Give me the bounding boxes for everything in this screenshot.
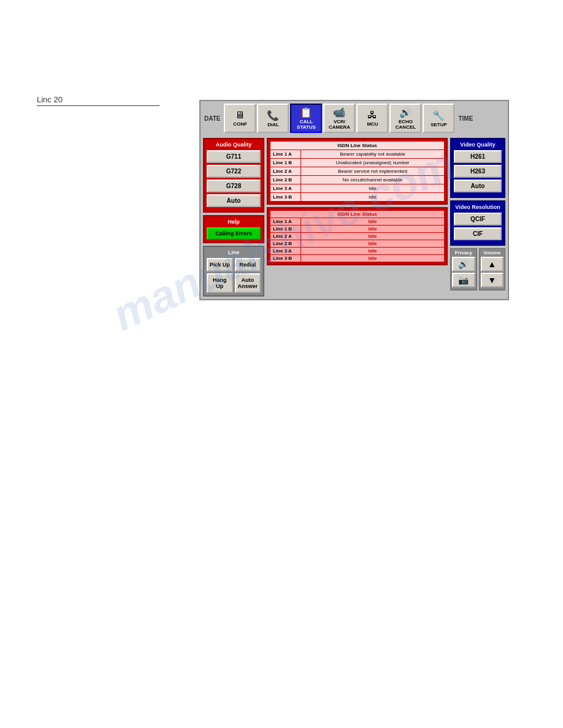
dial-icon: 📞 (267, 110, 279, 121)
b-line3a-status: Idle (301, 248, 445, 255)
line3a-label: Line 3 A (270, 184, 301, 193)
b-line2a-status: Idle (301, 233, 445, 240)
video-resolution-title: Video Resolution (454, 204, 502, 210)
conf-button[interactable]: 🖥 CONF (224, 104, 256, 133)
left-panel: Audio Quality G711 G722 G728 Auto Help C… (203, 138, 264, 297)
conf-label: CONF (233, 121, 247, 127)
camera-label: CAMERA (329, 124, 350, 130)
video-resolution-box: Video Resolution QCIF CIF (450, 200, 505, 246)
line1a-status: Bearer capability not available (301, 150, 445, 159)
privacy-button[interactable]: 🔊 (452, 257, 475, 271)
b-line3b-status: Idle (301, 255, 445, 262)
privacy-volume-box: Privacy 🔊 📷 Volume ▲ ▼ (450, 248, 505, 290)
cancel-label: CANCEL (396, 124, 416, 130)
line3b-status: Idle (301, 193, 445, 202)
b-line1b-status: Idle (301, 226, 445, 233)
b-line1a-label: Line 1 A (270, 218, 301, 226)
volume-title: Volume (481, 250, 504, 256)
g722-button[interactable]: G722 (207, 165, 261, 178)
time-label: TIME (458, 115, 473, 122)
video-quality-box: Video Quality H261 H263 Auto (450, 138, 505, 198)
line1b-status: Unallocated (unassigned) number (301, 159, 445, 167)
cif-button[interactable]: CIF (454, 227, 502, 240)
qcif-button[interactable]: QCIF (454, 213, 502, 226)
middle-panel: ISDN Line Status Line 1 A Bearer capabil… (267, 138, 448, 297)
call-status-button[interactable]: 📋 CALL STATUS (290, 104, 322, 133)
line1a-label: Line 1 A (270, 150, 301, 159)
line2b-status: No circuit/channel available (301, 176, 445, 184)
table-row: Line 3 A Idle (270, 248, 445, 255)
call-status-label: STATUS (297, 124, 316, 130)
privacy-title: Privacy (452, 250, 475, 256)
line-title: Line (207, 249, 261, 256)
privacy-section: Privacy 🔊 📷 (450, 248, 477, 290)
page-title: Linc 20 (37, 95, 159, 106)
line-buttons: Pick Up Redial Hang Up Auto Answer (207, 258, 261, 293)
video-quality-title: Video Quality (454, 142, 502, 148)
line2a-label: Line 2 A (270, 167, 301, 176)
h263-button[interactable]: H263 (454, 165, 502, 178)
table-row: Line 2 A Bearer service not implemented (270, 167, 445, 176)
b-line3a-label: Line 3 A (270, 248, 301, 255)
table-row: Line 1 A Bearer capability not available (270, 150, 445, 159)
isdn-status-bottom-table: ISDN Line Status Line 1 A Idle Line 1 B … (270, 210, 445, 262)
auto-answer-button[interactable]: Auto Answer (235, 273, 261, 293)
line1b-label: Line 1 B (270, 159, 301, 167)
right-panel: Video Quality H261 H263 Auto Video Resol… (450, 138, 505, 297)
toolbar: DATE 🖥 CONF 📞 DIAL 📋 CALL STATUS 📹 VCR/ … (201, 101, 508, 135)
help-title: Help (207, 219, 261, 225)
mcu-label: MCU (367, 121, 378, 127)
redial-button[interactable]: Redial (235, 258, 261, 271)
table-row: Line 2 A Idle (270, 233, 445, 240)
echo-sublabel: ECHO (399, 119, 413, 124)
isdn-status-top-box: ISDN Line Status Line 1 A Bearer capabil… (267, 138, 448, 205)
h261-button[interactable]: H261 (454, 150, 502, 163)
cancel-icon: 🔊 (399, 107, 412, 118)
table-row: Line 3 B Idle (270, 193, 445, 202)
isdn-status-top-title: ISDN Line Status (270, 142, 445, 150)
isdn-status-bottom-title: ISDN Line Status (270, 211, 445, 218)
g711-button[interactable]: G711 (207, 150, 261, 163)
b-line1b-label: Line 1 B (270, 226, 301, 233)
table-row: Line 1 B Unallocated (unassigned) number (270, 159, 445, 167)
table-row: Line 3 B Idle (270, 255, 445, 262)
volume-section: Volume ▲ ▼ (479, 248, 506, 290)
b-line3b-label: Line 3 B (270, 255, 301, 262)
vcr-sublabel: VCR/ (334, 119, 345, 124)
table-row: Line 2 B No circuit/channel available (270, 176, 445, 184)
isdn-status-top-table: ISDN Line Status Line 1 A Bearer capabil… (270, 141, 445, 202)
call-status-icon: 📋 (300, 107, 312, 118)
setup-button[interactable]: 🔧 SETUP (423, 104, 454, 133)
g728-button[interactable]: G728 (207, 180, 261, 192)
audio-auto-button[interactable]: Auto (207, 194, 261, 207)
main-panel: DATE 🖥 CONF 📞 DIAL 📋 CALL STATUS 📹 VCR/ … (199, 100, 509, 300)
volume-up-button[interactable]: ▲ (481, 257, 504, 271)
table-row: Line 1 A Idle (270, 218, 445, 226)
video-auto-button[interactable]: Auto (454, 180, 502, 192)
line3a-status: Idle (301, 184, 445, 193)
cancel-button[interactable]: 🔊 ECHO CANCEL (389, 104, 421, 133)
calling-errors-button[interactable]: Calling Errors (207, 227, 261, 240)
mcu-icon: 🖧 (367, 110, 377, 121)
content-area: Audio Quality G711 G722 G728 Auto Help C… (201, 135, 508, 299)
dial-label: DIAL (267, 122, 279, 127)
hangup-button[interactable]: Hang Up (207, 273, 233, 293)
dial-button[interactable]: 📞 DIAL (257, 104, 289, 133)
line-box: Line Pick Up Redial Hang Up Auto Answer (203, 246, 264, 297)
isdn-status-bottom-box: ISDN Line Status Line 1 A Idle Line 1 B … (267, 207, 448, 265)
call-sublabel: CALL (300, 119, 313, 124)
mcu-button[interactable]: 🖧 MCU (356, 104, 388, 133)
b-line2b-label: Line 2 B (270, 240, 301, 248)
camera-button[interactable]: 📹 VCR/ CAMERA (323, 104, 355, 133)
help-box: Help Calling Errors (203, 215, 264, 243)
conf-icon: 🖥 (235, 110, 245, 121)
table-row: Line 3 A Idle (270, 184, 445, 193)
audio-quality-box: Audio Quality G711 G722 G728 Auto (203, 138, 264, 213)
b-line2b-status: Idle (301, 240, 445, 248)
pickup-button[interactable]: Pick Up (207, 258, 233, 271)
audio-quality-title: Audio Quality (207, 142, 261, 148)
line2b-label: Line 2 B (270, 176, 301, 184)
b-line1a-status: Idle (301, 218, 445, 226)
privacy-icon2[interactable]: 📷 (452, 273, 475, 287)
volume-down-button[interactable]: ▼ (481, 273, 504, 287)
